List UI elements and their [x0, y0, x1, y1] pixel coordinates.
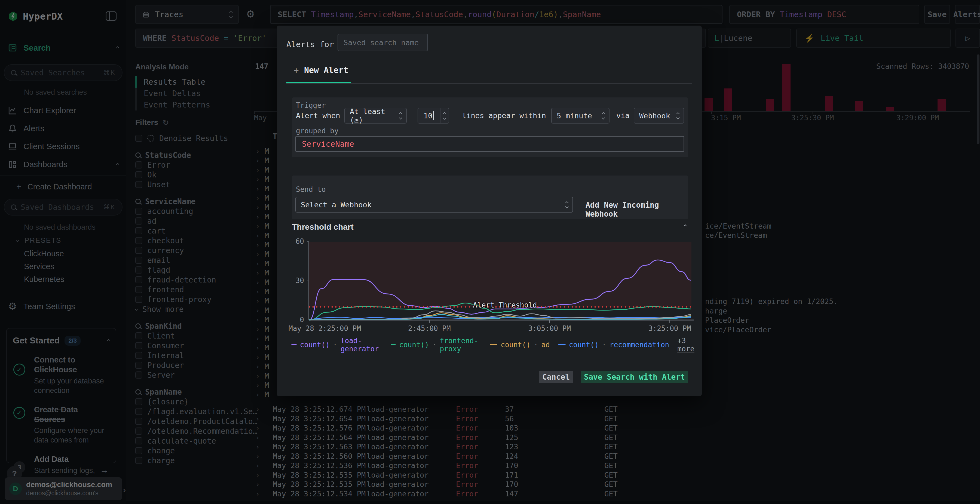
group-by-input[interactable]: ServiceName [295, 136, 684, 152]
alert-when-label: Alert when [296, 108, 340, 124]
x-tick-label: 3:25:00 PM [648, 324, 691, 332]
legend-item-ad[interactable]: count()·ad [490, 341, 550, 349]
x-tick-label: 3:05:00 PM [528, 324, 571, 332]
y-tick-label: 0 [286, 316, 304, 324]
legend-swatch [291, 344, 297, 345]
legend-separator: · [602, 341, 606, 349]
select-chevrons-icon [602, 113, 605, 119]
legend-metric: count() [501, 341, 531, 349]
number-stepper[interactable] [440, 108, 449, 123]
modal-title: Alerts for [286, 40, 334, 49]
send-to-label: Send to [296, 185, 326, 194]
legend-separator: · [534, 341, 538, 349]
select-chevrons-icon [399, 113, 402, 119]
threshold-chart [307, 240, 695, 323]
alerts-modal: Alerts for + New Alert Trigger Alert whe… [277, 25, 702, 396]
threshold-chart-title: Threshold chart [292, 223, 354, 232]
legend-series-name: frontend-proxy [440, 337, 482, 353]
legend-item-recommendation[interactable]: count()·recommendation [558, 341, 669, 349]
text-caret [433, 111, 434, 120]
alert-threshold-label: Alert Threshold [473, 301, 537, 309]
x-tick-label: 2:45:00 PM [408, 324, 451, 332]
tab-divider [286, 83, 692, 84]
channel-select[interactable]: Webhook [634, 108, 684, 124]
lines-within-label: lines appear within [462, 108, 546, 124]
send-to-section: Send to Select a Webhook Add New Incomin… [292, 175, 688, 219]
grouped-by-label: grouped by [296, 127, 339, 135]
collapse-chart-icon[interactable] [684, 224, 687, 227]
webhook-select[interactable]: Select a Webhook [295, 197, 573, 213]
legend-separator: · [432, 341, 437, 349]
save-search-with-alert-button[interactable]: Save Search with Alert [581, 370, 688, 383]
legend-separator: · [333, 341, 337, 349]
saved-search-name-input[interactable] [337, 34, 428, 51]
legend-swatch [391, 344, 396, 345]
legend-metric: count() [569, 341, 599, 349]
legend-swatch [490, 344, 497, 345]
chart-legend: count()·load-generatorcount()·frontend-p… [291, 337, 702, 353]
plus-icon: + [294, 65, 299, 75]
select-chevrons-icon [677, 113, 679, 119]
trigger-section: Trigger Alert when At least (≥) 10 lines… [292, 97, 688, 157]
legend-item-frontend-proxy[interactable]: count()·frontend-proxy [391, 337, 482, 353]
add-webhook-button[interactable]: Add New Incoming Webhook [585, 200, 688, 219]
legend-series-name: load-generator [340, 337, 382, 353]
y-tick-label: 60 [286, 237, 304, 245]
y-tick-label: 30 [286, 277, 304, 285]
x-tick-label: May 28 2:25:00 PM [288, 324, 361, 332]
cancel-button[interactable]: Cancel [539, 370, 573, 383]
legend-series-name: ad [541, 341, 550, 349]
legend-metric: count() [300, 341, 330, 349]
select-chevrons-icon [566, 202, 568, 208]
legend-series-name: recommendation [609, 341, 669, 349]
legend-more-button[interactable]: +3 more [677, 337, 702, 353]
legend-swatch [558, 344, 566, 345]
threshold-input[interactable]: 10 [418, 108, 449, 124]
via-label: via [616, 108, 630, 124]
tab-new-alert[interactable]: New Alert [304, 65, 348, 75]
legend-item-load-generator[interactable]: count()·load-generator [291, 337, 382, 353]
condition-select[interactable]: At least (≥) [344, 108, 407, 124]
window-select[interactable]: 5 minute [551, 108, 609, 124]
legend-metric: count() [399, 341, 429, 349]
